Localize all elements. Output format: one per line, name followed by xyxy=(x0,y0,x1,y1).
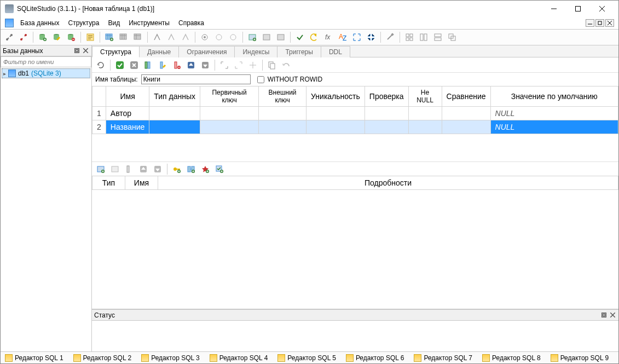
sidebar-filter-input[interactable] xyxy=(1,56,91,67)
refresh-icon[interactable] xyxy=(94,59,107,72)
move-down-icon[interactable] xyxy=(199,59,212,72)
db-tree[interactable]: ▸ db1 (SQLite 3) xyxy=(1,67,91,351)
apply-icon[interactable] xyxy=(113,59,126,72)
maximize-button[interactable] xyxy=(566,1,590,16)
sql-editor-icon[interactable] xyxy=(84,31,97,44)
tree-item-db1[interactable]: ▸ db1 (SQLite 3) xyxy=(2,68,90,78)
mdi-restore-button[interactable] xyxy=(595,19,604,27)
view-remove-icon[interactable] xyxy=(274,31,287,44)
remove-column-icon[interactable] xyxy=(170,59,183,72)
trigger-remove-icon[interactable] xyxy=(227,31,240,44)
cancel-icon[interactable] xyxy=(128,59,141,72)
trigger-add-icon[interactable] xyxy=(198,31,211,44)
bottom-tab[interactable]: Редактор SQL 3 xyxy=(139,354,202,362)
settings-icon[interactable] xyxy=(384,31,397,44)
col-header-name[interactable]: Имя xyxy=(106,86,149,107)
close-button[interactable] xyxy=(590,1,614,16)
status-close-button[interactable] xyxy=(609,311,616,319)
table-row[interactable]: 2 Название NULL xyxy=(92,120,618,134)
c-edit-icon[interactable] xyxy=(108,163,122,176)
edit-constraint-icon[interactable] xyxy=(232,59,245,72)
cell-default[interactable]: NULL xyxy=(490,107,618,120)
split-v-icon[interactable] xyxy=(431,31,444,44)
cell-name[interactable]: Название xyxy=(106,120,149,134)
index-add-icon[interactable] xyxy=(151,31,164,44)
index-remove-icon[interactable] xyxy=(179,31,192,44)
mdi-minimize-button[interactable] xyxy=(586,19,594,27)
new-table-icon[interactable] xyxy=(103,31,116,44)
delete-table-icon[interactable] xyxy=(131,31,144,44)
pk-icon[interactable] xyxy=(170,163,183,176)
details-grid-body[interactable] xyxy=(92,190,618,309)
columns-grid[interactable]: Имя Тип данных Первичный ключ Внешний кл… xyxy=(92,86,618,161)
c-remove-icon[interactable] xyxy=(123,163,136,176)
fk-icon[interactable] xyxy=(184,163,198,176)
sidebar-close-button[interactable] xyxy=(82,47,89,55)
remove-constraint-icon[interactable] xyxy=(246,59,259,72)
trigger-edit-icon[interactable] xyxy=(212,31,225,44)
c-down-icon[interactable] xyxy=(151,163,164,176)
edit-db-icon[interactable] xyxy=(50,31,63,44)
tab-constraints[interactable]: Ограничения xyxy=(178,46,235,57)
col-header-collate[interactable]: Сравнение xyxy=(442,86,490,107)
connect-icon[interactable] xyxy=(3,31,16,44)
collapse-icon[interactable] xyxy=(365,31,378,44)
cell-default[interactable]: NULL xyxy=(490,120,618,134)
details-col-type[interactable]: Тип xyxy=(92,176,125,190)
cascade-icon[interactable] xyxy=(446,31,459,44)
bottom-tab[interactable]: Редактор SQL 6 xyxy=(344,354,407,362)
status-undock-button[interactable] xyxy=(600,311,608,319)
check-icon[interactable] xyxy=(213,163,226,176)
view-edit-icon[interactable] xyxy=(260,31,273,44)
function-icon[interactable]: fx xyxy=(322,31,335,44)
move-up-icon[interactable] xyxy=(184,59,198,72)
commit-icon[interactable] xyxy=(293,31,306,44)
col-header-pk[interactable]: Первичный ключ xyxy=(200,86,259,107)
bottom-tab[interactable]: Редактор SQL 8 xyxy=(480,354,543,362)
menu-tools[interactable]: Инструменты xyxy=(124,18,174,28)
collation-icon[interactable]: AZ xyxy=(336,31,349,44)
bottom-tab[interactable]: Редактор SQL 5 xyxy=(275,354,338,362)
c-up-icon[interactable] xyxy=(137,163,150,176)
cell-name[interactable]: Автор xyxy=(106,107,149,120)
rollback-icon[interactable] xyxy=(308,31,321,44)
remove-db-icon[interactable] xyxy=(65,31,78,44)
edit-table-icon[interactable] xyxy=(117,31,130,44)
disconnect-icon[interactable] xyxy=(17,31,30,44)
unique-icon[interactable] xyxy=(199,163,212,176)
cell-type[interactable] xyxy=(149,120,200,134)
col-header-notnull[interactable]: Не NULL xyxy=(408,86,442,107)
tab-data[interactable]: Данные xyxy=(139,46,179,57)
minimize-button[interactable] xyxy=(542,1,566,16)
grid-icon[interactable] xyxy=(403,31,416,44)
menu-help[interactable]: Справка xyxy=(174,18,209,28)
split-h-icon[interactable] xyxy=(417,31,430,44)
cell-type[interactable] xyxy=(149,107,200,120)
col-header-unique[interactable]: Уникальность xyxy=(306,86,365,107)
c-add-icon[interactable] xyxy=(94,163,107,176)
col-header-default[interactable]: Значение по умолчанию xyxy=(490,86,618,107)
tab-ddl[interactable]: DDL xyxy=(321,46,350,57)
details-col-name[interactable]: Имя xyxy=(125,176,158,190)
expand-icon[interactable] xyxy=(350,31,363,44)
undo-icon[interactable] xyxy=(280,59,293,72)
bottom-tab[interactable]: Редактор SQL 2 xyxy=(71,354,134,362)
without-rowid-checkbox[interactable] xyxy=(257,76,264,83)
view-add-icon[interactable] xyxy=(246,31,259,44)
tab-structure[interactable]: Структура xyxy=(92,46,140,57)
col-header-check[interactable]: Проверка xyxy=(365,86,408,107)
table-row[interactable]: 1 Автор NULL xyxy=(92,107,618,120)
mdi-close-button[interactable] xyxy=(605,19,614,27)
add-column-icon[interactable] xyxy=(142,59,155,72)
col-header-type[interactable]: Тип данных xyxy=(149,86,200,107)
bottom-tab[interactable]: Редактор SQL 4 xyxy=(207,354,270,362)
tab-triggers[interactable]: Триггеры xyxy=(277,46,321,57)
chevron-right-icon[interactable]: ▸ xyxy=(3,71,6,77)
add-db-icon[interactable] xyxy=(36,31,49,44)
bottom-tab[interactable]: Редактор SQL 1 xyxy=(3,354,66,362)
copy-icon[interactable] xyxy=(265,59,279,72)
tab-indexes[interactable]: Индексы xyxy=(234,46,277,57)
table-name-input[interactable] xyxy=(141,74,251,84)
bottom-tab[interactable]: Редактор SQL 9 xyxy=(548,354,611,362)
col-header-fk[interactable]: Внешний ключ xyxy=(259,86,306,107)
